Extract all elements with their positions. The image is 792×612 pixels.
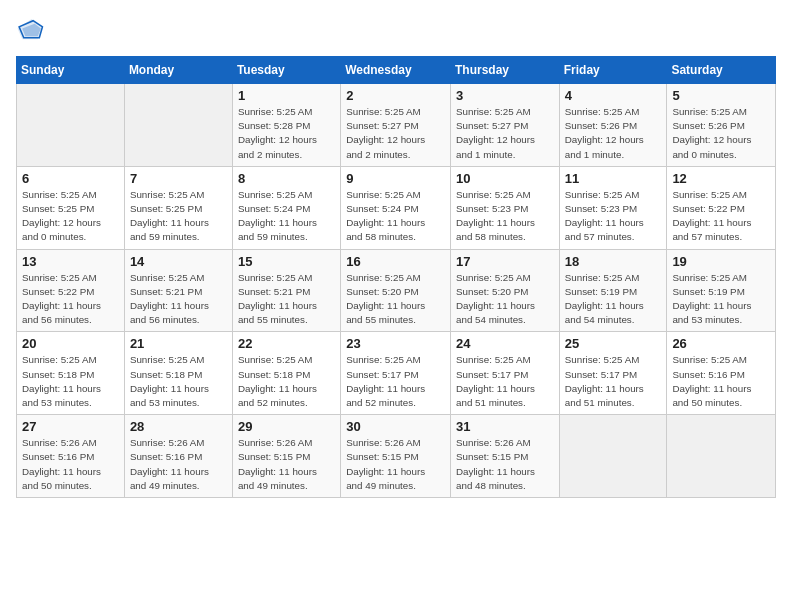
day-info: Sunrise: 5:25 AM Sunset: 5:25 PM Dayligh… [130, 188, 227, 245]
day-info: Sunrise: 5:25 AM Sunset: 5:23 PM Dayligh… [565, 188, 662, 245]
day-info: Sunrise: 5:25 AM Sunset: 5:27 PM Dayligh… [346, 105, 445, 162]
day-cell: 24Sunrise: 5:25 AM Sunset: 5:17 PM Dayli… [451, 332, 560, 415]
day-number: 8 [238, 171, 335, 186]
week-row-3: 13Sunrise: 5:25 AM Sunset: 5:22 PM Dayli… [17, 249, 776, 332]
header-cell-wednesday: Wednesday [341, 57, 451, 84]
day-number: 9 [346, 171, 445, 186]
calendar-body: 1Sunrise: 5:25 AM Sunset: 5:28 PM Daylig… [17, 84, 776, 498]
day-cell: 9Sunrise: 5:25 AM Sunset: 5:24 PM Daylig… [341, 166, 451, 249]
day-number: 21 [130, 336, 227, 351]
day-cell: 2Sunrise: 5:25 AM Sunset: 5:27 PM Daylig… [341, 84, 451, 167]
day-number: 7 [130, 171, 227, 186]
day-cell: 30Sunrise: 5:26 AM Sunset: 5:15 PM Dayli… [341, 415, 451, 498]
day-info: Sunrise: 5:25 AM Sunset: 5:19 PM Dayligh… [672, 271, 770, 328]
day-info: Sunrise: 5:26 AM Sunset: 5:15 PM Dayligh… [346, 436, 445, 493]
day-info: Sunrise: 5:25 AM Sunset: 5:21 PM Dayligh… [238, 271, 335, 328]
day-cell: 26Sunrise: 5:25 AM Sunset: 5:16 PM Dayli… [667, 332, 776, 415]
day-cell: 25Sunrise: 5:25 AM Sunset: 5:17 PM Dayli… [559, 332, 667, 415]
day-number: 12 [672, 171, 770, 186]
day-cell: 21Sunrise: 5:25 AM Sunset: 5:18 PM Dayli… [124, 332, 232, 415]
day-cell [17, 84, 125, 167]
day-number: 11 [565, 171, 662, 186]
day-cell [667, 415, 776, 498]
day-number: 6 [22, 171, 119, 186]
day-number: 23 [346, 336, 445, 351]
day-cell: 28Sunrise: 5:26 AM Sunset: 5:16 PM Dayli… [124, 415, 232, 498]
day-info: Sunrise: 5:25 AM Sunset: 5:23 PM Dayligh… [456, 188, 554, 245]
day-number: 16 [346, 254, 445, 269]
header-cell-sunday: Sunday [17, 57, 125, 84]
day-number: 20 [22, 336, 119, 351]
day-number: 25 [565, 336, 662, 351]
day-info: Sunrise: 5:26 AM Sunset: 5:16 PM Dayligh… [22, 436, 119, 493]
day-cell: 11Sunrise: 5:25 AM Sunset: 5:23 PM Dayli… [559, 166, 667, 249]
day-number: 30 [346, 419, 445, 434]
day-cell: 1Sunrise: 5:25 AM Sunset: 5:28 PM Daylig… [232, 84, 340, 167]
day-number: 27 [22, 419, 119, 434]
day-info: Sunrise: 5:25 AM Sunset: 5:16 PM Dayligh… [672, 353, 770, 410]
day-cell: 4Sunrise: 5:25 AM Sunset: 5:26 PM Daylig… [559, 84, 667, 167]
header-row: SundayMondayTuesdayWednesdayThursdayFrid… [17, 57, 776, 84]
day-cell: 17Sunrise: 5:25 AM Sunset: 5:20 PM Dayli… [451, 249, 560, 332]
day-cell [124, 84, 232, 167]
day-info: Sunrise: 5:25 AM Sunset: 5:26 PM Dayligh… [565, 105, 662, 162]
day-cell: 6Sunrise: 5:25 AM Sunset: 5:25 PM Daylig… [17, 166, 125, 249]
day-info: Sunrise: 5:25 AM Sunset: 5:17 PM Dayligh… [565, 353, 662, 410]
day-cell: 3Sunrise: 5:25 AM Sunset: 5:27 PM Daylig… [451, 84, 560, 167]
day-cell: 15Sunrise: 5:25 AM Sunset: 5:21 PM Dayli… [232, 249, 340, 332]
day-cell [559, 415, 667, 498]
day-info: Sunrise: 5:25 AM Sunset: 5:22 PM Dayligh… [22, 271, 119, 328]
day-number: 3 [456, 88, 554, 103]
day-cell: 29Sunrise: 5:26 AM Sunset: 5:15 PM Dayli… [232, 415, 340, 498]
header-cell-thursday: Thursday [451, 57, 560, 84]
header [16, 16, 776, 44]
day-info: Sunrise: 5:25 AM Sunset: 5:18 PM Dayligh… [238, 353, 335, 410]
day-number: 5 [672, 88, 770, 103]
day-cell: 31Sunrise: 5:26 AM Sunset: 5:15 PM Dayli… [451, 415, 560, 498]
day-number: 15 [238, 254, 335, 269]
calendar-header: SundayMondayTuesdayWednesdayThursdayFrid… [17, 57, 776, 84]
day-cell: 12Sunrise: 5:25 AM Sunset: 5:22 PM Dayli… [667, 166, 776, 249]
day-cell: 5Sunrise: 5:25 AM Sunset: 5:26 PM Daylig… [667, 84, 776, 167]
day-number: 29 [238, 419, 335, 434]
header-cell-monday: Monday [124, 57, 232, 84]
day-cell: 7Sunrise: 5:25 AM Sunset: 5:25 PM Daylig… [124, 166, 232, 249]
day-info: Sunrise: 5:26 AM Sunset: 5:15 PM Dayligh… [456, 436, 554, 493]
header-cell-friday: Friday [559, 57, 667, 84]
day-number: 10 [456, 171, 554, 186]
day-number: 26 [672, 336, 770, 351]
day-cell: 8Sunrise: 5:25 AM Sunset: 5:24 PM Daylig… [232, 166, 340, 249]
day-number: 28 [130, 419, 227, 434]
day-info: Sunrise: 5:25 AM Sunset: 5:17 PM Dayligh… [346, 353, 445, 410]
day-cell: 23Sunrise: 5:25 AM Sunset: 5:17 PM Dayli… [341, 332, 451, 415]
day-info: Sunrise: 5:26 AM Sunset: 5:16 PM Dayligh… [130, 436, 227, 493]
day-info: Sunrise: 5:25 AM Sunset: 5:17 PM Dayligh… [456, 353, 554, 410]
day-cell: 10Sunrise: 5:25 AM Sunset: 5:23 PM Dayli… [451, 166, 560, 249]
day-number: 4 [565, 88, 662, 103]
header-cell-saturday: Saturday [667, 57, 776, 84]
day-info: Sunrise: 5:25 AM Sunset: 5:18 PM Dayligh… [130, 353, 227, 410]
week-row-2: 6Sunrise: 5:25 AM Sunset: 5:25 PM Daylig… [17, 166, 776, 249]
day-number: 18 [565, 254, 662, 269]
header-cell-tuesday: Tuesday [232, 57, 340, 84]
day-cell: 13Sunrise: 5:25 AM Sunset: 5:22 PM Dayli… [17, 249, 125, 332]
day-cell: 19Sunrise: 5:25 AM Sunset: 5:19 PM Dayli… [667, 249, 776, 332]
day-number: 22 [238, 336, 335, 351]
day-info: Sunrise: 5:25 AM Sunset: 5:27 PM Dayligh… [456, 105, 554, 162]
day-info: Sunrise: 5:25 AM Sunset: 5:25 PM Dayligh… [22, 188, 119, 245]
day-number: 14 [130, 254, 227, 269]
day-cell: 16Sunrise: 5:25 AM Sunset: 5:20 PM Dayli… [341, 249, 451, 332]
day-info: Sunrise: 5:25 AM Sunset: 5:28 PM Dayligh… [238, 105, 335, 162]
week-row-4: 20Sunrise: 5:25 AM Sunset: 5:18 PM Dayli… [17, 332, 776, 415]
day-cell: 18Sunrise: 5:25 AM Sunset: 5:19 PM Dayli… [559, 249, 667, 332]
day-info: Sunrise: 5:25 AM Sunset: 5:18 PM Dayligh… [22, 353, 119, 410]
day-number: 17 [456, 254, 554, 269]
day-cell: 20Sunrise: 5:25 AM Sunset: 5:18 PM Dayli… [17, 332, 125, 415]
day-info: Sunrise: 5:25 AM Sunset: 5:21 PM Dayligh… [130, 271, 227, 328]
generalblue-icon [16, 16, 44, 44]
day-number: 19 [672, 254, 770, 269]
day-info: Sunrise: 5:25 AM Sunset: 5:24 PM Dayligh… [346, 188, 445, 245]
day-info: Sunrise: 5:25 AM Sunset: 5:22 PM Dayligh… [672, 188, 770, 245]
day-number: 13 [22, 254, 119, 269]
day-cell: 14Sunrise: 5:25 AM Sunset: 5:21 PM Dayli… [124, 249, 232, 332]
